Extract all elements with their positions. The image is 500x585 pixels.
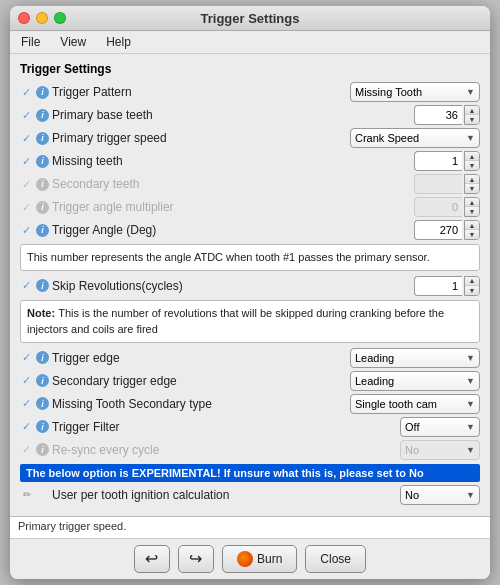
spin-down-angle-mult: ▼ [465, 207, 479, 216]
menu-file[interactable]: File [18, 34, 43, 50]
undo-button[interactable]: ↩ [134, 545, 170, 573]
minimize-button[interactable] [36, 12, 48, 24]
spin-down-secondary-teeth: ▼ [465, 184, 479, 193]
input-primary-base[interactable] [414, 105, 462, 125]
info-primary-speed[interactable]: i [36, 132, 49, 145]
content-area: Trigger Settings ✓ i Trigger Pattern Mis… [10, 54, 490, 516]
dropdown-trigger-edge[interactable]: Leading ▼ [350, 348, 480, 368]
row-user-per-tooth: ✏ User per tooth ignition calculation No… [20, 485, 480, 505]
close-button[interactable] [18, 12, 30, 24]
label-sec-trigger-edge: Secondary trigger edge [52, 374, 177, 388]
title-bar: Trigger Settings [10, 6, 490, 31]
row-trigger-filter: ✓ i Trigger Filter Off ▼ [20, 417, 480, 437]
chevron-down-icon-2: ▼ [466, 133, 475, 143]
row-primary-trigger-speed: ✓ i Primary trigger speed Crank Speed ▼ [20, 128, 480, 148]
spin-up-trigger-angle[interactable]: ▲ [465, 221, 479, 230]
check-trigger-angle: ✓ [20, 224, 33, 237]
spin-up-primary-base[interactable]: ▲ [465, 106, 479, 115]
burn-button[interactable]: Burn [222, 545, 297, 573]
spin-down-missing-teeth[interactable]: ▼ [465, 161, 479, 170]
check-angle-mult: ✓ [20, 201, 33, 214]
label-trigger-pattern: Trigger Pattern [52, 85, 132, 99]
chevron-down-icon-4: ▼ [466, 376, 475, 386]
label-primary-speed: Primary trigger speed [52, 131, 167, 145]
check-secondary-teeth: ✓ [20, 178, 33, 191]
label-mt-secondary: Missing Tooth Secondary type [52, 397, 212, 411]
label-primary-base: Primary base teeth [52, 108, 153, 122]
dropdown-trigger-filter[interactable]: Off ▼ [400, 417, 480, 437]
row-trigger-edge: ✓ i Trigger edge Leading ▼ [20, 348, 480, 368]
label-angle-mult: Trigger angle multiplier [52, 200, 174, 214]
info-sec-trigger-edge[interactable]: i [36, 374, 49, 387]
label-trigger-angle: Trigger Angle (Deg) [52, 223, 156, 237]
input-missing-teeth[interactable] [414, 151, 462, 171]
spin-down-primary-base[interactable]: ▼ [465, 115, 479, 124]
info-skip-rev[interactable]: i [36, 279, 49, 292]
spin-down-trigger-angle[interactable]: ▼ [465, 230, 479, 239]
chevron-down-icon-8: ▼ [466, 490, 475, 500]
dropdown-sec-trigger-edge[interactable]: Leading ▼ [350, 371, 480, 391]
info-trigger-pattern[interactable]: i [36, 86, 49, 99]
row-trigger-angle-deg: ✓ i Trigger Angle (Deg) ▲ ▼ [20, 220, 480, 240]
window-title: Trigger Settings [201, 11, 300, 26]
spin-up-skip-rev[interactable]: ▲ [465, 277, 479, 286]
dropdown-trigger-pattern[interactable]: Missing Tooth ▼ [350, 82, 480, 102]
burn-label: Burn [257, 552, 282, 566]
row-trigger-pattern: ✓ i Trigger Pattern Missing Tooth ▼ [20, 82, 480, 102]
row-missing-tooth-secondary: ✓ i Missing Tooth Secondary type Single … [20, 394, 480, 414]
info-mt-secondary[interactable]: i [36, 397, 49, 410]
info-resync: i [36, 443, 49, 456]
spin-up-missing-teeth[interactable]: ▲ [465, 152, 479, 161]
section-title: Trigger Settings [20, 62, 480, 76]
input-skip-rev[interactable] [414, 276, 462, 296]
bottom-bar: ↩ ↪ Burn Close [10, 538, 490, 579]
label-trigger-edge: Trigger edge [52, 351, 120, 365]
row-primary-base-teeth: ✓ i Primary base teeth ▲ ▼ [20, 105, 480, 125]
info-missing-teeth[interactable]: i [36, 155, 49, 168]
input-trigger-angle[interactable] [414, 220, 462, 240]
check-mt-secondary: ✓ [20, 397, 33, 410]
status-text: Primary trigger speed. [18, 520, 126, 532]
spin-primary-base: ▲ ▼ [464, 105, 480, 125]
info-trigger-angle[interactable]: i [36, 224, 49, 237]
dropdown-mt-secondary[interactable]: Single tooth cam ▼ [350, 394, 480, 414]
dropdown-user-per-tooth[interactable]: No ▼ [400, 485, 480, 505]
pencil-icon: ✏ [20, 488, 33, 501]
maximize-button[interactable] [54, 12, 66, 24]
dropdown-resync: No ▼ [400, 440, 480, 460]
chevron-down-icon-6: ▼ [466, 422, 475, 432]
row-skip-revolutions: ✓ i Skip Revolutions(cycles) ▲ ▼ [20, 276, 480, 296]
menu-bar: File View Help [10, 31, 490, 54]
label-resync: Re-sync every cycle [52, 443, 159, 457]
check-primary-base: ✓ [20, 109, 33, 122]
info-trigger-edge[interactable]: i [36, 351, 49, 364]
label-missing-teeth: Missing teeth [52, 154, 123, 168]
row-secondary-trigger-edge: ✓ i Secondary trigger edge Leading ▼ [20, 371, 480, 391]
experimental-bar: The below option is EXPERIMENTAL! If uns… [20, 464, 480, 482]
info-primary-base[interactable]: i [36, 109, 49, 122]
burn-icon [237, 551, 253, 567]
row-missing-teeth: ✓ i Missing teeth ▲ ▼ [20, 151, 480, 171]
label-secondary-teeth: Secondary teeth [52, 177, 139, 191]
row-trigger-angle-multiplier: ✓ i Trigger angle multiplier ▲ ▼ [20, 197, 480, 217]
menu-view[interactable]: View [57, 34, 89, 50]
spin-up-angle-mult: ▲ [465, 198, 479, 207]
info-trigger-filter[interactable]: i [36, 420, 49, 433]
check-trigger-pattern: ✓ [20, 86, 33, 99]
menu-help[interactable]: Help [103, 34, 134, 50]
label-trigger-filter: Trigger Filter [52, 420, 120, 434]
row-resync-cycle: ✓ i Re-sync every cycle No ▼ [20, 440, 480, 460]
note-cranking: Note: This is the number of revolutions … [20, 300, 480, 343]
redo-button[interactable]: ↪ [178, 545, 214, 573]
label-user-per-tooth: User per tooth ignition calculation [52, 488, 229, 502]
dropdown-primary-speed[interactable]: Crank Speed ▼ [350, 128, 480, 148]
check-resync: ✓ [20, 443, 33, 456]
spin-down-skip-rev[interactable]: ▼ [465, 286, 479, 295]
check-primary-speed: ✓ [20, 132, 33, 145]
info-angle-mult: i [36, 201, 49, 214]
check-trigger-edge: ✓ [20, 351, 33, 364]
chevron-down-icon-7: ▼ [466, 445, 475, 455]
row-secondary-teeth: ✓ i Secondary teeth ▲ ▼ [20, 174, 480, 194]
close-button[interactable]: Close [305, 545, 366, 573]
traffic-lights [18, 12, 66, 24]
